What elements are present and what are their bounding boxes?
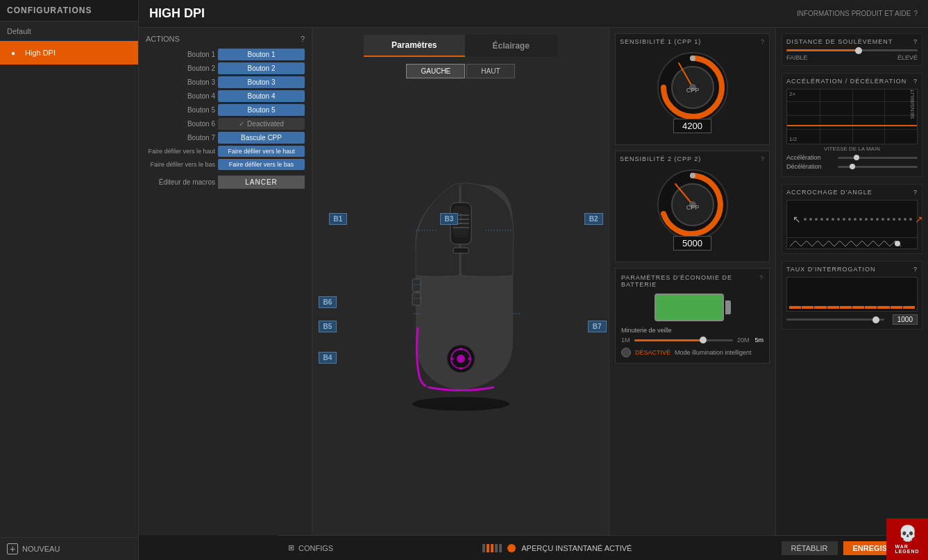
restore-button[interactable]: RÉTABLIR [782,541,838,555]
preview-toggle[interactable] [507,544,516,552]
angle-dot [804,218,807,221]
actions-help[interactable]: ? [301,35,305,43]
accel-slider[interactable] [838,157,918,159]
tab-eclairage[interactable]: Éclairage [465,35,557,57]
action-row-b6: Bouton 6 ✓Deactivated [146,118,305,130]
grid-icon: ⊞ [288,543,294,552]
mouse-button-b1-label[interactable]: B1 [329,213,348,225]
sensitivity2-help[interactable]: ? [761,155,765,162]
action-btn-scroll-up[interactable]: Faire défiler vers le haut [218,146,305,157]
angle-dot [887,218,890,221]
action-row-b4: Bouton 4 Bouton 4 [146,90,305,102]
center-panel: Paramètres Éclairage GAUCHE HAUT B1 B3 B… [312,28,609,535]
wave-thumb[interactable] [895,241,900,246]
toggle-off-label: DÉSACTIVÉ [635,349,670,356]
profile-item-high-dpi[interactable]: ● High DPI [0,41,138,65]
action-btn-b5[interactable]: Bouton 5 [218,104,305,116]
poll-bar-10 [903,306,915,309]
action-row-b5: Bouton 5 Bouton 5 [146,104,305,116]
preview-bars [482,544,502,552]
profile-label: High DPI [25,49,56,57]
sensitivity2-header: SENSIBILITÉ 2 (CPP 2) ? [620,155,765,162]
mouse-button-b4-label[interactable]: B4 [319,352,337,364]
dir-gauche[interactable]: GAUCHE [406,64,465,78]
grid-v3 [884,90,885,144]
sensitivity2-dial[interactable]: CPP [655,167,731,243]
action-btn-b3[interactable]: Bouton 3 [218,76,305,88]
info-text: INFORMATIONS PRODUIT ET AIDE [797,10,911,17]
grid-v2 [852,90,853,144]
mouse-button-b7-label[interactable]: B7 [588,321,607,332]
sidebar-header: CONFIGURATIONS [0,0,138,22]
decel-slider[interactable] [838,166,918,168]
lift-low-label: FAIBLE [786,54,808,61]
svg-rect-7 [453,248,469,253]
svg-text:CPP: CPP [686,204,699,211]
battery-help[interactable]: ? [759,274,764,288]
lift-slider-thumb [855,47,862,54]
poll-bar-4 [827,306,839,309]
sleep-max-label: 20M [737,337,750,343]
page-title: HIGH DPI [149,6,205,21]
action-btn-b1[interactable]: Bouton 1 [218,49,305,60]
action-btn-b6[interactable]: ✓Deactivated [218,118,305,130]
smart-illumination-toggle[interactable]: DÉSACTIVÉ Mode illumination intelligent [621,348,764,357]
angle-snap-area: ↖ [786,200,918,238]
acceleration-help[interactable]: ? [913,78,918,85]
mouse-button-b5-label[interactable]: B5 [319,321,337,332]
polling-value[interactable]: 1000 [893,314,918,325]
angle-dot [854,218,857,221]
sensitivity2-value[interactable]: 5000 [673,236,711,251]
action-label-b7: Bouton 7 [146,134,215,142]
battery-title: PARAMÈTRES D'ÉCONOMIE DE BATTERIE [621,274,759,288]
battery-visual [621,294,764,321]
configs-button[interactable]: ⊞ CONFIGS [288,543,333,552]
tab-parametres[interactable]: Paramètres [364,35,464,57]
lift-slider[interactable] [786,49,918,51]
polling-slider[interactable] [786,319,884,321]
default-label: Default [7,27,31,35]
mouse-visual-container: B1 B3 B2 B6 B5 B4 B7 [357,168,565,446]
preview-bar-3 [491,544,493,552]
sleep-slider-thumb [700,337,707,343]
sidebar-default-section: Default [0,22,138,41]
action-btn-b4[interactable]: Bouton 4 [218,90,305,102]
profile-list: ● High DPI [0,41,138,537]
action-label-b1: Bouton 1 [146,51,215,58]
polling-help[interactable]: ? [913,266,918,273]
macro-editor-label: Éditeur de macros [146,178,215,186]
sensitivity1-dial[interactable]: CPP [655,49,731,126]
battery-body [655,294,724,321]
svg-rect-9 [412,293,421,305]
polling-chart [786,277,918,312]
mouse-button-b3-label[interactable]: B3 [440,213,459,225]
action-btn-b2[interactable]: Bouton 2 [218,62,305,74]
mouse-button-b6-label[interactable]: B6 [319,296,337,308]
sensitivity2-section: SENSIBILITÉ 2 (CPP 2) ? CPP 5000 [615,151,770,262]
lift-slider-fill [786,49,859,51]
sensitivity1-help[interactable]: ? [761,38,765,45]
lift-distance-help[interactable]: ? [913,38,918,45]
poll-bar-6 [852,306,864,309]
macro-row: Éditeur de macros LANCER [146,176,305,189]
launch-button[interactable]: LANCER [218,176,305,189]
cursor-left-icon: ↖ [793,214,801,225]
dir-haut[interactable]: HAUT [466,64,514,78]
info-link[interactable]: INFORMATIONS PRODUIT ET AIDE ? [797,10,918,17]
action-btn-b7[interactable]: Bascule CPP [218,132,305,144]
action-row-b3: Bouton 3 Bouton 3 [146,76,305,88]
sensitivity1-header: SENSIBILITÉ 1 (CPP 1) ? [620,38,765,45]
action-btn-scroll-down[interactable]: Faire défiler vers le bas [218,159,305,170]
decel-thumb [850,164,855,169]
sidebar-new-button[interactable]: + NOUVEAU [0,537,138,560]
actions-header: ACTIONS ? [146,35,305,43]
accel-baseline [787,125,917,126]
accel-y-label: SENSIBILITÉ [909,89,916,119]
mouse-svg [385,168,537,411]
sleep-slider[interactable] [634,339,733,341]
mouse-button-b2-label[interactable]: B2 [584,213,603,225]
angle-snap-help[interactable]: ? [913,189,918,196]
sleep-slider-fill [634,339,704,341]
dial1-container: CPP 4200 [620,49,765,133]
sensitivity1-value[interactable]: 4200 [673,119,711,133]
